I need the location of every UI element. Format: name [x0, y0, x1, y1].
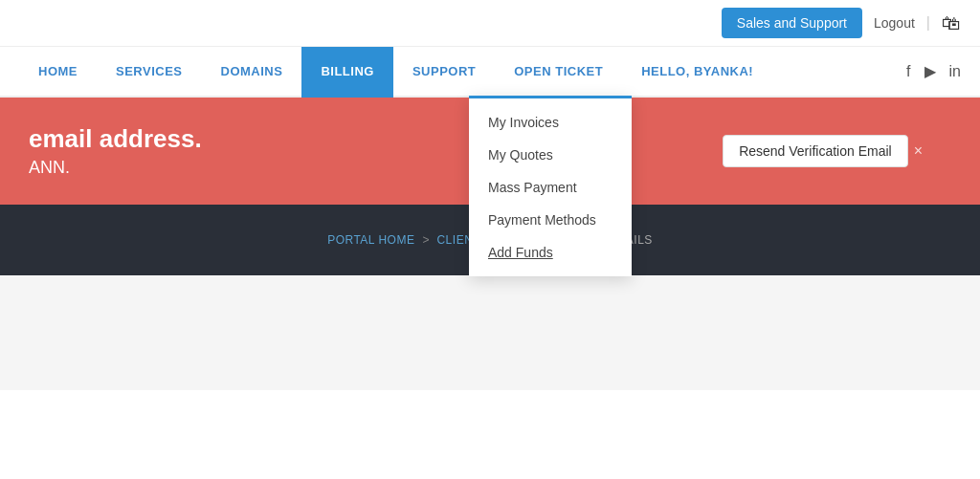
facebook-icon[interactable]: f — [906, 63, 910, 80]
nav-links: HOME SERVICES DOMAINS BILLING SUPPORT OP… — [19, 47, 906, 96]
nav-hello-user[interactable]: HELLO, BYANKA! — [622, 47, 772, 96]
dropdown-mass-payment[interactable]: Mass Payment — [469, 171, 632, 204]
close-banner-icon[interactable]: × — [914, 142, 923, 160]
billing-dropdown: My Invoices My Quotes Mass Payment Payme… — [469, 96, 632, 276]
nav-services[interactable]: SERVICES — [97, 47, 202, 96]
breadcrumb-portal-home[interactable]: PORTAL HOME — [327, 233, 414, 247]
dropdown-my-invoices[interactable]: My Invoices — [469, 106, 632, 139]
logout-link[interactable]: Logout — [874, 15, 915, 31]
top-bar: Sales and Support Logout | 🛍 — [0, 0, 980, 47]
nav-domains[interactable]: DOMAINS — [202, 47, 302, 96]
dropdown-add-funds[interactable]: Add Funds — [469, 236, 632, 269]
nav-social: f ▶ in — [906, 62, 961, 80]
dropdown-payment-methods[interactable]: Payment Methods — [469, 204, 632, 236]
sales-support-button[interactable]: Sales and Support — [722, 8, 862, 38]
nav-bar: HOME SERVICES DOMAINS BILLING SUPPORT OP… — [0, 47, 980, 98]
nav-billing[interactable]: BILLING — [301, 47, 393, 96]
nav-open-ticket[interactable]: OPEN TICKET — [495, 47, 622, 96]
dropdown-my-quotes[interactable]: My Quotes — [469, 139, 632, 171]
nav-home[interactable]: HOME — [19, 47, 97, 96]
breadcrumb-sep-1: > — [422, 233, 429, 247]
cart-icon[interactable]: 🛍 — [942, 12, 961, 34]
linkedin-icon[interactable]: in — [949, 63, 961, 80]
divider: | — [926, 14, 930, 32]
youtube-icon[interactable]: ▶ — [924, 62, 936, 80]
resend-btn-wrap: Resend Verification Email × — [723, 135, 923, 167]
bottom-content-area — [0, 275, 980, 390]
resend-verification-button[interactable]: Resend Verification Email — [723, 135, 908, 167]
nav-support[interactable]: SUPPORT — [393, 47, 495, 96]
